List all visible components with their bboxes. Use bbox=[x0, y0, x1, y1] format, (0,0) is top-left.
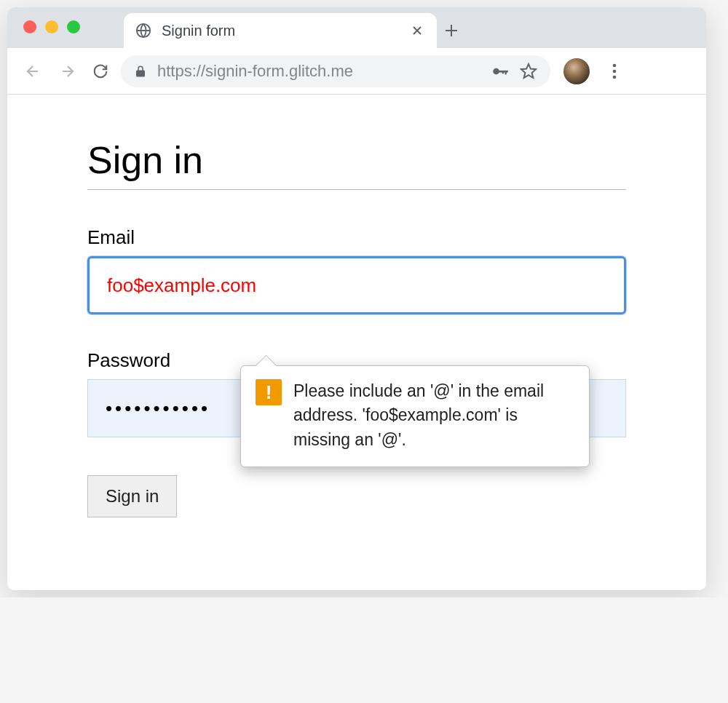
new-tab-button[interactable] bbox=[437, 13, 466, 48]
menu-button[interactable] bbox=[601, 58, 628, 84]
svg-point-7 bbox=[613, 75, 617, 79]
reload-button[interactable] bbox=[87, 58, 114, 84]
email-input[interactable] bbox=[87, 256, 626, 314]
close-tab-button[interactable] bbox=[409, 23, 425, 39]
forward-button[interactable] bbox=[54, 58, 80, 84]
minimize-window-button[interactable] bbox=[45, 20, 58, 33]
signin-button[interactable]: Sign in bbox=[87, 475, 177, 517]
address-bar[interactable]: https://signin-form.glitch.me bbox=[121, 55, 550, 87]
browser-toolbar: https://signin-form.glitch.me bbox=[7, 48, 706, 95]
browser-window: Signin form bbox=[7, 7, 706, 590]
email-label: Email bbox=[87, 226, 626, 249]
star-icon[interactable] bbox=[520, 63, 537, 80]
warning-icon: ! bbox=[256, 379, 282, 405]
validation-message: Please include an '@' in the email addre… bbox=[293, 379, 574, 452]
svg-point-5 bbox=[613, 63, 617, 67]
email-group: Email bbox=[87, 226, 626, 314]
lock-icon bbox=[134, 65, 147, 78]
page-content: Sign in Email Password Sign in bbox=[7, 95, 706, 590]
browser-tab[interactable]: Signin form bbox=[124, 13, 437, 48]
back-button[interactable] bbox=[20, 58, 47, 84]
url-text: https://signin-form.glitch.me bbox=[157, 62, 480, 81]
tab-title: Signin form bbox=[162, 23, 399, 39]
globe-icon bbox=[135, 23, 151, 39]
close-window-button[interactable] bbox=[23, 20, 36, 33]
profile-avatar[interactable] bbox=[563, 58, 590, 84]
key-icon[interactable] bbox=[491, 62, 510, 81]
window-controls bbox=[23, 20, 80, 33]
svg-rect-3 bbox=[505, 70, 507, 74]
maximize-window-button[interactable] bbox=[67, 20, 80, 33]
svg-rect-4 bbox=[502, 70, 504, 73]
validation-tooltip: ! Please include an '@' in the email add… bbox=[240, 365, 590, 467]
titlebar: Signin form bbox=[7, 7, 706, 48]
svg-point-1 bbox=[493, 68, 499, 74]
page-heading: Sign in bbox=[87, 138, 626, 190]
svg-point-6 bbox=[613, 69, 617, 73]
